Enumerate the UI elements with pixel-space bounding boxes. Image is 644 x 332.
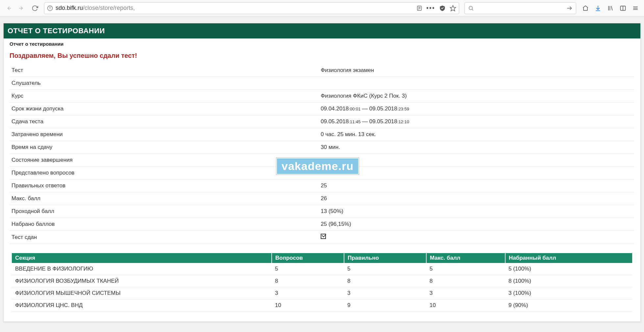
info-row: Затрачено времени0 час. 25 мин. 13 сек. (10, 128, 634, 141)
info-value: 25 (96,15%) (319, 218, 634, 231)
reload-button[interactable] (29, 2, 41, 14)
info-label: Проходной балл (10, 205, 319, 218)
info-value (319, 77, 634, 90)
search-icon (468, 5, 474, 11)
info-row: Правильных ответов25 (10, 179, 634, 192)
section-cell: 3 (100%) (505, 287, 632, 299)
section-header: Набранный балл (505, 253, 632, 263)
info-label: Срок жизни допуска (10, 103, 319, 115)
info-label: Представлено вопросов (10, 167, 319, 179)
sections-table: СекцияВопросовПравильноМакс. баллНабранн… (12, 253, 632, 312)
section-cell: 9 (90%) (505, 299, 632, 312)
svg-line-17 (611, 6, 612, 10)
toolbar-right (580, 2, 641, 14)
info-row: Тест сдан (10, 231, 634, 244)
section-cell: 3 (426, 287, 505, 299)
section-cell: 10 (272, 299, 344, 312)
info-value: Физиология ФКиС (Курс 2 Пок. 3) (319, 90, 634, 103)
addr-right-icons: ••• (416, 4, 456, 12)
page-wrapper: ОТЧЕТ О ТЕСТИРОВАНИИ Отчет о тестировани… (0, 16, 644, 325)
info-label: Тест сдан (10, 231, 319, 244)
url-domain: sdo.bifk.ru (56, 5, 83, 11)
library-button[interactable] (605, 2, 616, 14)
info-label: Набрано баллов (10, 218, 319, 231)
section-row: ВВЕДЕНИЕ В ФИЗИОЛОГИЮ5555 (100%) (12, 263, 632, 275)
info-value: 09.05.2018:11:45 — 09.05.2018:12:10 (319, 115, 634, 128)
info-row: Состояние завершениязавершен (10, 154, 634, 167)
pocket-icon[interactable] (439, 5, 446, 12)
info-table: ТестФизиология экзаменСлушательКурсФизио… (10, 64, 634, 244)
report-card: ОТЧЕТ О ТЕСТИРОВАНИИ Отчет о тестировани… (3, 23, 641, 322)
page-title: ОТЧЕТ О ТЕСТИРОВАНИИ (8, 27, 105, 35)
hamburger-icon (632, 5, 639, 12)
info-row: Срок жизни допуска09.04.2018:00:01 — 09.… (10, 103, 634, 115)
info-value: 30 мин. (319, 141, 634, 154)
reader-icon[interactable] (416, 5, 422, 11)
info-row: Представлено вопросов26 (10, 167, 634, 179)
sidebar-icon (620, 5, 626, 12)
section-cell: 10 (426, 299, 505, 312)
info-icon (47, 5, 53, 11)
browser-toolbar: sdo.bifk.ru/close/store/reports, ••• (0, 0, 644, 16)
menu-button[interactable] (630, 2, 641, 14)
info-row: ТестФизиология экзамен (10, 64, 634, 77)
info-label: Тест (10, 64, 319, 77)
sidebar-button[interactable] (617, 2, 629, 14)
info-row: Набрано баллов25 (96,15%) (10, 218, 634, 231)
section-cell: 3 (272, 287, 344, 299)
section-cell: 8 (272, 275, 344, 287)
more-icon[interactable]: ••• (426, 4, 435, 12)
section-cell: ФИЗИОЛОГИЯ ВОЗБУДИМЫХ ТКАНЕЙ (12, 275, 272, 287)
library-icon (607, 5, 614, 12)
info-label: Правильных ответов (10, 179, 319, 192)
search-bar[interactable] (464, 2, 576, 14)
info-value: 0 час. 25 мин. 13 сек. (319, 128, 634, 141)
info-label: Слушатель (10, 77, 319, 90)
section-header: Правильно (344, 253, 426, 263)
section-cell: 5 (272, 263, 344, 275)
info-label: Затрачено времени (10, 128, 319, 141)
section-cell: 9 (344, 299, 426, 312)
section-cell: ВВЕДЕНИЕ В ФИЗИОЛОГИЮ (12, 263, 272, 275)
checkmark-icon (321, 234, 326, 239)
home-icon (582, 5, 589, 12)
info-row: Сдача теста09.05.2018:11:45 — 09.05.2018… (10, 115, 634, 128)
downloads-button[interactable] (592, 2, 604, 14)
info-value: 26 (319, 167, 634, 179)
svg-line-11 (472, 9, 473, 10)
info-row: Время на сдачу30 мин. (10, 141, 634, 154)
section-header: Вопросов (272, 253, 344, 263)
info-value: 13 (50%) (319, 205, 634, 218)
info-row: Слушатель (10, 77, 634, 90)
forward-button[interactable] (16, 2, 28, 14)
section-cell: 8 (426, 275, 505, 287)
star-icon[interactable] (450, 5, 456, 12)
info-label: Сдача теста (10, 115, 319, 128)
section-cell: ФИЗИОЛОГИЯ МЫШЕЧНОЙ СИСТЕМЫ (12, 287, 272, 299)
back-button[interactable] (3, 2, 14, 14)
info-value: 09.04.2018:00:01 — 09.05.2018:23:59 (319, 103, 634, 115)
arrow-right-icon (18, 5, 25, 12)
info-label: Состояние завершения (10, 154, 319, 167)
info-label: Курс (10, 90, 319, 103)
info-row: Проходной балл13 (50%) (10, 205, 634, 218)
section-row: ФИЗИОЛОГИЯ МЫШЕЧНОЙ СИСТЕМЫ3333 (100%) (12, 287, 632, 299)
info-label: Макс. балл (10, 192, 319, 205)
address-bar[interactable]: sdo.bifk.ru/close/store/reports, ••• (44, 2, 459, 14)
svg-marker-9 (450, 5, 456, 11)
info-value: завершен (319, 154, 634, 167)
info-value (319, 231, 634, 244)
section-row: ФИЗИОЛОГИЯ ВОЗБУДИМЫХ ТКАНЕЙ8888 (100%) (12, 275, 632, 287)
svg-point-4 (50, 7, 50, 8)
section-row: ФИЗИОЛОГИЯ ЦНС. ВНД109109 (90%) (12, 299, 632, 312)
page-title-bar: ОТЧЕТ О ТЕСТИРОВАНИИ (4, 23, 640, 38)
go-arrow-icon[interactable] (566, 5, 573, 12)
info-value: 26 (319, 192, 634, 205)
section-cell: 3 (344, 287, 426, 299)
section-cell: 5 (100%) (505, 263, 632, 275)
info-row: КурсФизиология ФКиС (Курс 2 Пок. 3) (10, 90, 634, 103)
home-button[interactable] (580, 2, 591, 14)
info-row: Макс. балл26 (10, 192, 634, 205)
section-cell: 5 (344, 263, 426, 275)
info-value: 25 (319, 179, 634, 192)
